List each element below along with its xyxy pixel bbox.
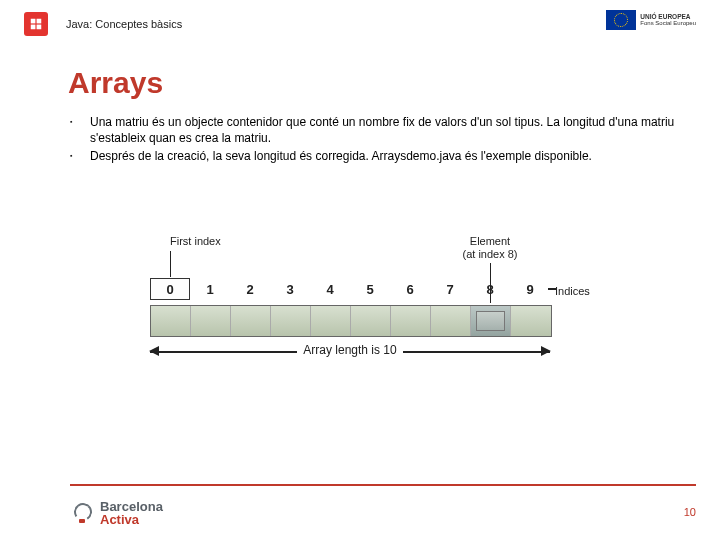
eu-flag-icon xyxy=(606,10,636,30)
index-cell: 6 xyxy=(390,278,430,300)
barcelona-activa-icon xyxy=(70,501,94,525)
array-cell xyxy=(391,306,431,336)
coat-of-arms-icon xyxy=(29,17,43,31)
array-cell xyxy=(311,306,351,336)
label-first-index: First index xyxy=(170,235,221,247)
course-title: Java: Conceptes bàsics xyxy=(66,18,182,30)
label-element: Element (at index 8) xyxy=(450,235,530,261)
footer-divider xyxy=(70,484,696,486)
slide: Java: Conceptes bàsics UNIÓ EUROPEA Fons… xyxy=(0,0,720,540)
index-row: 0 1 2 3 4 5 6 7 8 9 xyxy=(150,278,550,300)
svg-rect-0 xyxy=(31,19,36,24)
length-indicator: Array length is 10 xyxy=(150,341,550,363)
index-cell: 5 xyxy=(350,278,390,300)
bullet-item: Després de la creació, la seva longitud … xyxy=(56,148,686,164)
svg-rect-2 xyxy=(31,25,36,30)
array-cell xyxy=(351,306,391,336)
footer-brand-line2: Activa xyxy=(100,512,139,527)
length-label-text: Array length is 10 xyxy=(297,343,402,357)
length-label: Array length is 10 xyxy=(150,343,550,357)
label-element-line1: Element xyxy=(470,235,510,247)
bullet-list: Una matriu és un objecte contenidor que … xyxy=(0,114,720,165)
index-cell: 7 xyxy=(430,278,470,300)
page-number: 10 xyxy=(684,506,696,518)
index-cell: 3 xyxy=(270,278,310,300)
array-cell xyxy=(151,306,191,336)
svg-rect-3 xyxy=(37,25,42,30)
array-cell xyxy=(431,306,471,336)
array-cell-highlighted xyxy=(471,306,511,336)
array-cell xyxy=(231,306,271,336)
index-cell: 1 xyxy=(190,278,230,300)
array-row xyxy=(150,305,552,337)
label-element-line2: (at index 8) xyxy=(462,248,517,260)
array-cell xyxy=(511,306,551,336)
header-logo xyxy=(24,12,48,36)
label-indices: Indices xyxy=(555,285,590,297)
eu-badge-text: UNIÓ EUROPEA Fons Social Europeu xyxy=(640,13,696,27)
bullet-item: Una matriu és un objecte contenidor que … xyxy=(56,114,686,146)
pointer-line xyxy=(170,251,171,277)
index-cell: 9 xyxy=(510,278,550,300)
array-cell xyxy=(191,306,231,336)
eu-badge-line1: UNIÓ EUROPEA xyxy=(640,13,696,20)
eu-badge: UNIÓ EUROPEA Fons Social Europeu xyxy=(606,10,696,30)
array-cell xyxy=(271,306,311,336)
footer-brand-text: Barcelona Activa xyxy=(100,500,163,526)
index-cell: 8 xyxy=(470,278,510,300)
index-cell: 4 xyxy=(310,278,350,300)
svg-rect-1 xyxy=(37,19,42,24)
page-title: Arrays xyxy=(0,42,720,114)
footer-logo: Barcelona Activa xyxy=(70,500,163,526)
index-cell: 0 xyxy=(150,278,190,300)
index-cell: 2 xyxy=(230,278,270,300)
eu-badge-line2: Fons Social Europeu xyxy=(640,20,696,27)
